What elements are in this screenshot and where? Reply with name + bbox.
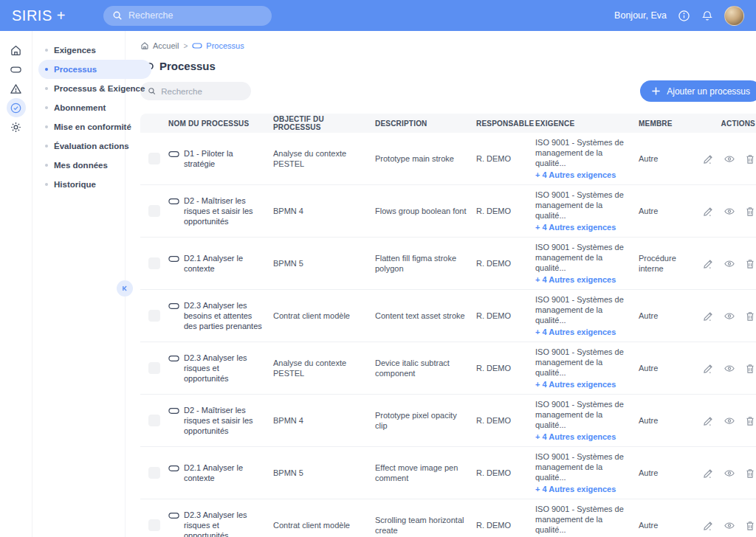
edit-icon[interactable] xyxy=(703,415,714,426)
view-icon[interactable] xyxy=(724,258,735,269)
process-pill-icon xyxy=(168,149,179,159)
edit-icon[interactable] xyxy=(703,206,714,217)
edit-icon[interactable] xyxy=(703,153,714,164)
user-avatar[interactable] xyxy=(724,6,744,26)
edit-icon[interactable] xyxy=(703,468,714,479)
cell-objective: Contrat client modèle xyxy=(273,306,375,325)
add-process-button[interactable]: Ajouter un processus xyxy=(640,80,756,102)
breadcrumb-home-label: Accueil xyxy=(153,41,179,50)
sidebar-item-historique[interactable]: Historique xyxy=(38,175,151,194)
table-row[interactable]: D2 - Maîtriser les risques et saisir les… xyxy=(140,395,756,447)
delete-icon[interactable] xyxy=(745,153,755,164)
table-row[interactable]: D2.1 Analyser le contexte BPMN 5 Effect … xyxy=(140,447,756,499)
cell-objective: Analyse du contexte PESTEL xyxy=(273,144,375,173)
search-icon xyxy=(112,10,123,21)
sidebar-item-label: Abonnement xyxy=(54,103,106,112)
global-search[interactable] xyxy=(103,6,272,26)
edit-icon[interactable] xyxy=(703,520,714,531)
delete-icon[interactable] xyxy=(745,311,755,322)
table-row[interactable]: D2 - Maîtriser les risques et saisir les… xyxy=(140,185,756,238)
sidebar-item-exigences[interactable]: Exigences xyxy=(38,41,151,60)
app-logo: SIRIS + xyxy=(12,7,94,24)
cell-requirement: ISO 9001 - Systèmes de management de la … xyxy=(535,395,639,446)
process-pill-icon xyxy=(168,510,179,521)
more-requirements-link[interactable]: + 4 Autres exigences xyxy=(535,222,631,232)
more-requirements-link[interactable]: + 4 Autres exigences xyxy=(535,327,631,337)
cell-process-name: D2.3 Analyser les besoins et attentes de… xyxy=(168,296,273,336)
home-icon[interactable] xyxy=(7,41,26,60)
sidebar-item-abonnement[interactable]: Abonnement xyxy=(38,98,151,117)
table-header-row: Nom du processusObjectif du processusDes… xyxy=(140,114,756,133)
cell-requirement: ISO 9001 - Systèmes de management de la … xyxy=(535,290,639,342)
process-pill-icon xyxy=(168,406,179,416)
cell-actions xyxy=(703,463,756,483)
breadcrumb: Accueil > Processus xyxy=(140,41,756,50)
more-requirements-link[interactable]: + 4 Autres exigences xyxy=(535,170,631,180)
cell-actions xyxy=(703,149,756,169)
global-search-input[interactable] xyxy=(128,10,263,21)
more-requirements-link[interactable]: + 4 Autres exigences xyxy=(535,274,631,285)
table-search-input[interactable] xyxy=(161,87,244,96)
gear-icon[interactable] xyxy=(7,117,26,136)
menu-bullet-dot xyxy=(45,106,48,109)
view-icon[interactable] xyxy=(724,415,735,426)
process-pill-icon[interactable] xyxy=(7,60,26,79)
cell-description: Scrolling team horizontal create xyxy=(375,510,476,537)
view-icon[interactable] xyxy=(724,153,735,164)
cell-responsible: R. DEMO xyxy=(476,516,535,535)
view-icon[interactable] xyxy=(724,311,735,322)
delete-icon[interactable] xyxy=(745,258,755,269)
warning-triangle-icon[interactable] xyxy=(7,79,26,98)
cell-member: Autre xyxy=(639,306,703,325)
cell-member: Autre xyxy=(639,201,703,221)
bell-icon[interactable] xyxy=(701,10,713,22)
sidebar-item-label: Mise en conformité xyxy=(54,122,131,131)
delete-icon[interactable] xyxy=(745,468,755,479)
cell-member: Autre xyxy=(639,358,703,378)
sidebar-item-mise-en-conformité[interactable]: Mise en conformité xyxy=(38,117,151,136)
sidebar-item-label: Historique xyxy=(54,180,96,189)
cell-objective: BPMN 5 xyxy=(273,463,375,482)
table-row[interactable]: D2.3 Analyser les besoins et attentes de… xyxy=(140,290,756,342)
breadcrumb-current[interactable]: Processus xyxy=(192,41,244,50)
process-pill-icon xyxy=(168,463,179,474)
cell-process-name: D1 - Piloter la stratégie xyxy=(168,144,273,173)
sidebar-item-mes-données[interactable]: Mes données xyxy=(38,156,151,175)
table-row[interactable]: D2.3 Analyser les risques et opportunité… xyxy=(140,342,756,395)
table-row[interactable]: D1 - Piloter la stratégie Analyse du con… xyxy=(140,133,756,185)
more-requirements-link[interactable]: + 4 Autres exigences xyxy=(535,484,631,494)
column-header-nom-du-processus: Nom du processus xyxy=(168,119,273,128)
edit-icon[interactable] xyxy=(703,258,714,269)
table-row[interactable]: D2.1 Analyser le contexte BPMN 5 Flatten… xyxy=(140,238,756,290)
cell-responsible: R. DEMO xyxy=(476,201,535,221)
process-name-text: D2.1 Analyser le contexte xyxy=(184,253,266,274)
view-icon[interactable] xyxy=(724,468,735,479)
requirement-text: ISO 9001 - Systèmes de management de la … xyxy=(535,505,624,534)
cell-member: Autre xyxy=(639,149,703,168)
column-header-responsable: Responsable xyxy=(476,119,535,128)
table-row[interactable]: D2.3 Analyser les risques et opportunité… xyxy=(140,499,756,537)
delete-icon[interactable] xyxy=(745,206,755,217)
delete-icon[interactable] xyxy=(745,363,755,374)
cell-description: Effect move image pen comment xyxy=(375,458,476,488)
sidebar-item-processus[interactable]: Processus xyxy=(38,60,151,79)
cell-requirement: ISO 9001 - Systèmes de management de la … xyxy=(535,342,639,394)
sidebar-item-processus-exigence[interactable]: Processus & Exigence xyxy=(38,79,151,98)
view-icon[interactable] xyxy=(724,520,735,531)
sidebar-menu: Exigences Processus Processus & Exigence… xyxy=(32,31,156,537)
view-icon[interactable] xyxy=(724,363,735,374)
cell-actions xyxy=(703,201,756,221)
column-header-membre: Membre xyxy=(639,119,703,128)
sidebar-collapse-icon[interactable] xyxy=(117,280,133,297)
more-requirements-link[interactable]: + 4 Autres exigences xyxy=(535,379,631,389)
sidebar-item-évaluation-actions[interactable]: Évaluation actions xyxy=(38,136,151,156)
check-circle-icon[interactable] xyxy=(7,98,26,117)
info-icon[interactable] xyxy=(678,10,690,22)
edit-icon[interactable] xyxy=(703,311,714,322)
view-icon[interactable] xyxy=(724,206,735,217)
delete-icon[interactable] xyxy=(745,415,755,426)
table-search[interactable] xyxy=(140,82,251,100)
more-requirements-link[interactable]: + 4 Autres exigences xyxy=(535,432,631,442)
edit-icon[interactable] xyxy=(703,363,714,374)
delete-icon[interactable] xyxy=(745,520,755,531)
